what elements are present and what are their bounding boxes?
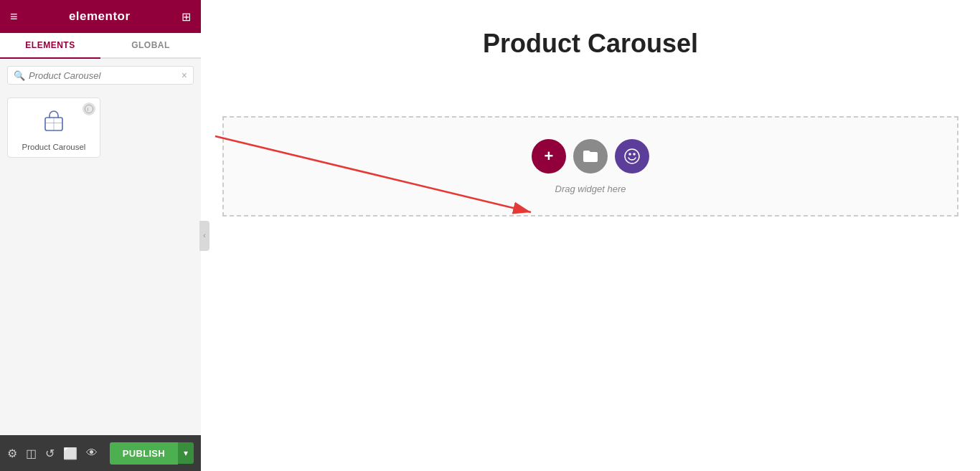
svg-point-0 (85, 105, 93, 113)
top-bar: ≡ elementor ⊞ (0, 0, 201, 33)
eye-icon[interactable]: 👁 (86, 447, 98, 460)
add-section-button[interactable]: + (532, 139, 566, 173)
search-input[interactable] (29, 70, 182, 81)
search-icon: 🔍 (14, 70, 25, 81)
tabs-bar: ELEMENTS GLOBAL (0, 33, 201, 59)
settings-icon[interactable]: ⚙ (7, 447, 17, 460)
svg-point-5 (625, 149, 639, 163)
main-canvas: Product Carousel + Drag widget here (201, 0, 980, 471)
hamburger-icon[interactable]: ≡ (10, 9, 18, 24)
drop-zone: + Drag widget here (222, 116, 958, 217)
pro-badge: i (83, 103, 95, 115)
bottom-bar: ⚙ ◫ ↺ ⬜ 👁 PUBLISH ▾ (0, 435, 201, 471)
clear-search-button[interactable]: × (182, 70, 187, 81)
layers-icon[interactable]: ◫ (26, 447, 37, 460)
publish-button[interactable]: PUBLISH (110, 442, 178, 465)
widget-product-carousel-label: Product Carousel (22, 143, 86, 151)
widgets-area: i Product Carousel (0, 90, 201, 435)
tab-elements[interactable]: ELEMENTS (0, 33, 100, 59)
tab-global[interactable]: GLOBAL (100, 33, 201, 57)
product-carousel-icon (37, 105, 70, 138)
elementor-logo: elementor (69, 9, 131, 24)
sidebar-collapse-handle[interactable]: ‹ (199, 221, 209, 251)
arrow-overlay (201, 0, 980, 471)
responsive-icon[interactable]: ⬜ (63, 447, 77, 460)
search-bar: 🔍 × (7, 66, 194, 85)
drag-hint: Drag widget here (555, 184, 626, 194)
add-template-folder-button[interactable] (573, 139, 608, 173)
publish-arrow-button[interactable]: ▾ (178, 442, 194, 464)
publish-section: PUBLISH ▾ (110, 442, 194, 465)
history-icon[interactable]: ↺ (45, 447, 55, 460)
widget-product-carousel[interactable]: i Product Carousel (7, 97, 100, 158)
drop-zone-buttons: + (532, 139, 649, 173)
add-template-button[interactable] (615, 139, 649, 173)
grid-icon[interactable]: ⊞ (182, 10, 191, 24)
page-title: Product Carousel (483, 29, 698, 59)
